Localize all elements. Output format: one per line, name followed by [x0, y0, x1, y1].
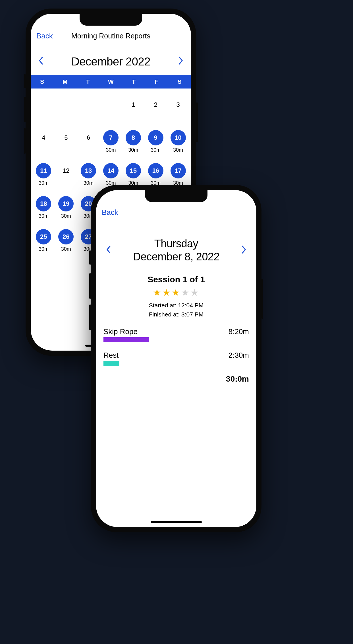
notch [80, 14, 142, 26]
day-number: 2 [148, 97, 163, 112]
day-number: 4 [36, 130, 51, 145]
calendar-day[interactable]: 830m [122, 130, 144, 155]
day-number: 7 [103, 130, 119, 145]
day-number: 16 [148, 163, 163, 178]
day-number: 10 [171, 130, 186, 145]
page-title: Morning Routine Reports [71, 32, 150, 40]
calendar-day[interactable]: 1430m [100, 163, 122, 188]
day-duration: 30m [106, 147, 116, 153]
navbar: Back Morning Routine Reports [31, 28, 191, 44]
day-duration: 30m [61, 213, 71, 219]
day-number: 8 [126, 130, 141, 145]
activity-name: Rest [103, 351, 119, 360]
star-icon: ★ [153, 287, 162, 298]
day-duration: 30m [128, 147, 138, 153]
day-duration: 30m [39, 246, 49, 252]
weekday-cell: W [99, 78, 122, 85]
home-indicator [151, 521, 202, 523]
next-month-button[interactable] [176, 56, 186, 67]
day-number: 18 [36, 196, 51, 211]
calendar-day [77, 97, 100, 122]
prev-month-button[interactable] [36, 56, 45, 67]
session-meta: Started at: 12:04 PM Finished at: 3:07 P… [96, 301, 256, 319]
day-duration: 30m [84, 180, 94, 186]
calendar-day[interactable]: 2 [144, 97, 167, 122]
day-number: 3 [171, 97, 186, 112]
day-number: 14 [103, 163, 119, 178]
weekday-cell: S [168, 78, 191, 85]
calendar-day[interactable]: 1130m [32, 163, 55, 188]
calendar-day [55, 97, 77, 122]
day-number: 15 [126, 163, 141, 178]
calendar-day [100, 97, 122, 122]
day-header: Thursday December 8, 2022 [96, 237, 256, 263]
day-duration: 30m [61, 246, 71, 252]
weekday-header: SMTWTFS [31, 75, 191, 89]
day-duration: 30m [39, 180, 49, 186]
chevron-left-icon [38, 56, 43, 65]
finished-at: Finished at: 3:07 PM [96, 310, 256, 319]
star-icon: ★ [162, 287, 172, 298]
back-button[interactable]: Back [36, 32, 53, 40]
calendar-day[interactable]: 1930m [55, 196, 77, 221]
calendar-day[interactable]: 2630m [55, 229, 77, 254]
day-title: Thursday December 8, 2022 [113, 237, 239, 263]
activity-row: Skip Rope8:20m [103, 327, 249, 342]
calendar-day[interactable]: 6 [77, 130, 100, 155]
calendar-day[interactable]: 1330m [77, 163, 100, 188]
day-duration: 30m [173, 147, 183, 153]
chevron-right-icon [242, 245, 247, 254]
day-number: 6 [81, 130, 96, 145]
calendar-day[interactable]: 12 [55, 163, 77, 188]
activity-list: Skip Rope8:20mRest2:30m [96, 327, 256, 366]
calendar-day[interactable]: 1630m [144, 163, 167, 188]
calendar-day[interactable]: 1 [122, 97, 144, 122]
weekday-cell: S [31, 78, 54, 85]
prev-day-button[interactable] [103, 244, 113, 256]
total-duration: 30:0m [96, 375, 256, 384]
day-number: 11 [36, 163, 51, 178]
screen-session-detail: Back Thursday December 8, 2022 Session 1… [96, 190, 256, 527]
chevron-left-icon [106, 245, 111, 254]
notch [145, 190, 207, 202]
calendar-day[interactable]: 3 [167, 97, 189, 122]
day-number: 19 [58, 196, 74, 211]
day-number [81, 97, 96, 112]
day-date: December 8, 2022 [113, 250, 239, 264]
calendar-day[interactable]: 1730m [167, 163, 189, 188]
day-weekday: Thursday [113, 237, 239, 250]
month-title: December 2022 [57, 55, 165, 68]
calendar-day[interactable]: 4 [32, 130, 55, 155]
activity-bar [103, 337, 149, 342]
calendar-day[interactable]: 1830m [32, 196, 55, 221]
rating-stars: ★★★★★ [96, 287, 256, 298]
day-number: 13 [81, 163, 96, 178]
activity-bar [103, 361, 119, 366]
day-duration: 30m [151, 147, 161, 153]
calendar-day[interactable]: 930m [144, 130, 167, 155]
weekday-cell: T [122, 78, 145, 85]
day-number [36, 97, 51, 112]
calendar-day[interactable]: 1030m [167, 130, 189, 155]
phone-frame-detail: Back Thursday December 8, 2022 Session 1… [91, 185, 261, 532]
day-number: 17 [171, 163, 186, 178]
calendar-day[interactable]: 730m [100, 130, 122, 155]
weekday-cell: F [145, 78, 168, 85]
day-duration: 30m [39, 213, 49, 219]
day-number: 5 [58, 130, 74, 145]
day-number: 9 [148, 130, 163, 145]
day-number: 1 [126, 97, 141, 112]
month-header: December 2022 [31, 55, 191, 68]
back-button[interactable]: Back [102, 208, 118, 217]
chevron-right-icon [178, 56, 184, 65]
calendar-day[interactable]: 5 [55, 130, 77, 155]
weekday-cell: M [54, 78, 77, 85]
day-number: 25 [36, 229, 51, 244]
day-number: 12 [58, 163, 74, 178]
navbar: Back [96, 204, 256, 220]
started-at: Started at: 12:04 PM [96, 301, 256, 310]
calendar-day[interactable]: 1530m [122, 163, 144, 188]
activity-name: Skip Rope [103, 327, 149, 336]
calendar-day[interactable]: 2530m [32, 229, 55, 254]
next-day-button[interactable] [239, 244, 249, 256]
